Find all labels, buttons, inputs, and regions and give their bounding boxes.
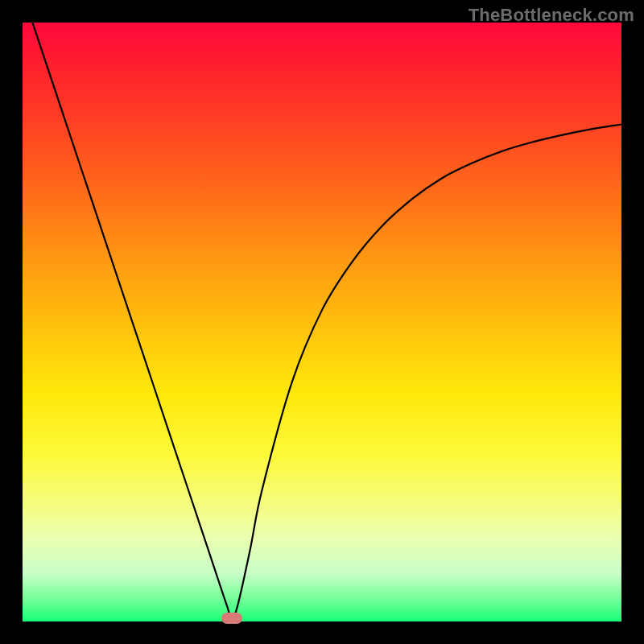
plot-area	[23, 23, 621, 621]
curve-layer	[23, 23, 621, 621]
optimum-marker	[221, 613, 242, 624]
chart-frame: TheBottleneck.com	[0, 0, 644, 644]
bottleneck-curve	[23, 0, 621, 618]
